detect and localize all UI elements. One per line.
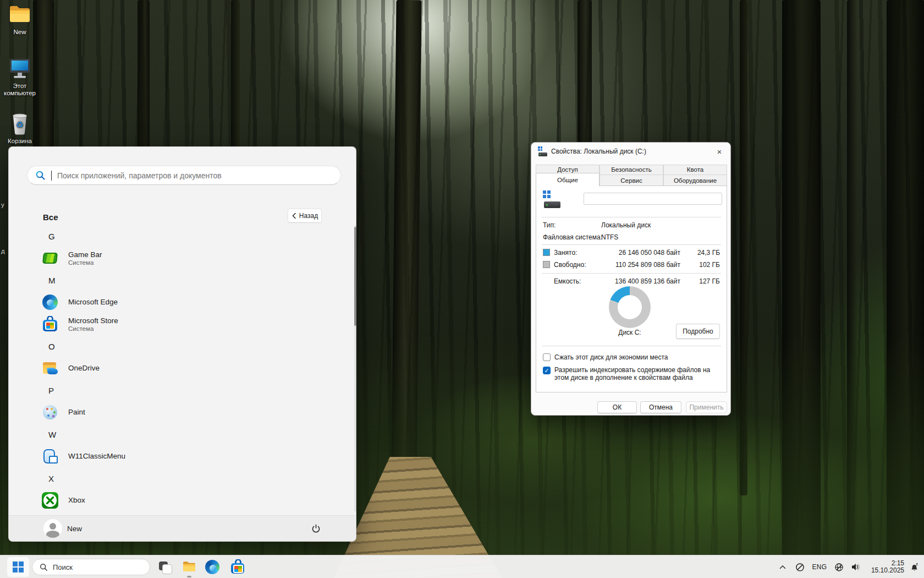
tab-general[interactable]: Общие: [536, 173, 600, 187]
tab-hardware[interactable]: Оборудование: [663, 175, 727, 187]
free-swatch: [543, 261, 550, 268]
desktop-icon-label-fragment: у: [1, 201, 4, 208]
scrollbar-thumb[interactable]: [354, 227, 356, 326]
onedrive-icon: [42, 360, 58, 377]
gamebar-icon: [42, 250, 58, 266]
tab-quota[interactable]: Квота: [663, 165, 727, 175]
dialog-titlebar[interactable]: Свойства: Локальный диск (C:) ×: [531, 143, 730, 160]
start-menu-footer: New: [9, 515, 356, 541]
disk-caption: Диск C:: [602, 329, 657, 336]
app-name: W11ClassicMenu: [68, 452, 125, 461]
folder-icon: [8, 2, 32, 28]
disk-properties-dialog: Свойства: Локальный диск (C:) × Доступ Б…: [531, 142, 731, 416]
task-view-button[interactable]: [157, 559, 173, 575]
folder-icon: [182, 559, 197, 575]
filesystem-label: Файловая система:: [543, 233, 602, 241]
capacity-size: 127 ГБ: [685, 277, 720, 285]
app-name: Game Bar: [68, 250, 102, 259]
compress-checkbox[interactable]: [543, 353, 551, 361]
search-icon: [35, 170, 46, 181]
volume-tray-button[interactable]: [847, 563, 865, 571]
xbox-icon: [42, 492, 58, 509]
computer-icon: [8, 56, 32, 81]
chevron-up-icon: [779, 565, 786, 569]
start-search-input[interactable]: Поиск приложений, параметров и документо…: [27, 166, 341, 185]
network-tray-button[interactable]: [831, 563, 847, 572]
onedrive-tray-button[interactable]: [791, 563, 809, 572]
free-bytes: 110 254 809 088 байт: [554, 261, 680, 269]
capacity-bytes: 136 400 859 136 байт: [554, 277, 680, 285]
text-caret: [51, 171, 52, 181]
start-search-panel: Поиск приложений, параметров и документо…: [8, 146, 356, 542]
app-list-item[interactable]: W11ClassicMenu: [9, 445, 350, 467]
close-button[interactable]: ×: [713, 145, 726, 158]
taskbar: Поиск ENG: [0, 555, 924, 578]
back-button[interactable]: Назад: [288, 209, 322, 223]
start-button[interactable]: [7, 557, 29, 577]
app-list-item[interactable]: Microsoft Edge: [9, 291, 350, 313]
used-bytes: 26 146 050 048 байт: [554, 249, 680, 257]
desktop-icon-label: Корзина: [2, 138, 37, 145]
used-size: 24,3 ГБ: [685, 249, 720, 257]
desktop-icon-recycle-bin[interactable]: ♻ Корзина: [2, 111, 37, 145]
type-value: Локальный диск: [601, 221, 651, 229]
taskbar-search-label: Поиск: [53, 563, 73, 571]
tray-date: 15.10.2025: [865, 567, 904, 574]
user-avatar[interactable]: [43, 519, 62, 538]
general-tab-page: Тип: Локальный диск Файловая система: NT…: [536, 186, 727, 392]
app-list-item[interactable]: OneDrive: [9, 357, 350, 379]
paint-icon: [42, 404, 58, 421]
desktop-icon-new-folder[interactable]: New: [2, 2, 37, 36]
tab-security[interactable]: Безопасность: [600, 165, 663, 175]
desktop-icon-this-pc[interactable]: Этот компьютер: [2, 56, 37, 97]
language-indicator[interactable]: ENG: [809, 563, 831, 571]
app-section-letter: W: [9, 423, 350, 445]
file-explorer-button[interactable]: [182, 559, 197, 575]
app-name: Xbox: [68, 496, 85, 505]
details-button[interactable]: Подробно: [676, 324, 720, 339]
filter-all-label[interactable]: Все: [43, 212, 58, 222]
edge-taskbar-button[interactable]: [205, 559, 220, 575]
taskbar-search-input[interactable]: Поиск: [32, 559, 150, 575]
desktop-icon-label-fragment: д: [1, 248, 5, 254]
filesystem-value: NTFS: [601, 233, 618, 241]
windows-logo-icon: [13, 561, 24, 572]
app-list-item[interactable]: Game BarСистема: [9, 247, 350, 269]
app-name: OneDrive: [68, 364, 100, 373]
used-swatch: [543, 249, 550, 256]
desktop-icon-label: New: [2, 29, 37, 36]
power-button[interactable]: [307, 520, 324, 537]
app-list-item[interactable]: Xbox: [9, 489, 350, 511]
volume-label-input[interactable]: [584, 193, 722, 205]
task-view-icon: [157, 559, 173, 575]
w11-icon: [42, 448, 58, 465]
ok-button[interactable]: ОК: [597, 401, 637, 413]
edge-icon: [42, 294, 58, 310]
clock[interactable]: 2:15 15.10.2025: [865, 560, 904, 574]
app-subtitle: Система: [68, 259, 102, 266]
app-list-item[interactable]: Paint: [9, 401, 350, 423]
app-name: Microsoft Edge: [68, 298, 118, 307]
drive-icon-large: [543, 190, 562, 208]
app-name: Paint: [68, 408, 85, 417]
store-taskbar-button[interactable]: [230, 559, 245, 575]
app-section-letter: X: [9, 467, 350, 489]
cancel-button[interactable]: Отмена: [640, 401, 681, 413]
desktop-screen: New Этот компьютер ♻: [0, 0, 924, 578]
tab-strip: Доступ Безопасность Квота Общие Сервис О…: [536, 165, 727, 187]
index-checkbox-label[interactable]: Разрешить индексировать содержимое файло…: [554, 366, 721, 381]
apply-button[interactable]: Применить: [686, 401, 727, 413]
start-menu-scrollbar[interactable]: [354, 225, 356, 511]
compress-checkbox-label[interactable]: Сжать этот диск для экономии места: [554, 353, 721, 361]
app-list-item[interactable]: Microsoft StoreСистема: [9, 313, 350, 335]
app-name: Microsoft Store: [68, 317, 118, 325]
notifications-button[interactable]: z: [904, 563, 924, 572]
index-checkbox[interactable]: ✓: [543, 367, 551, 374]
app-section-letter: M: [9, 269, 350, 291]
globe-no-internet-icon: [834, 563, 844, 572]
tray-chevron-button[interactable]: [774, 565, 791, 569]
user-name[interactable]: New: [67, 525, 82, 533]
tab-tools[interactable]: Сервис: [600, 175, 663, 187]
recycle-bin-icon: ♻: [8, 111, 32, 137]
onedrive-paused-icon: [795, 563, 805, 572]
